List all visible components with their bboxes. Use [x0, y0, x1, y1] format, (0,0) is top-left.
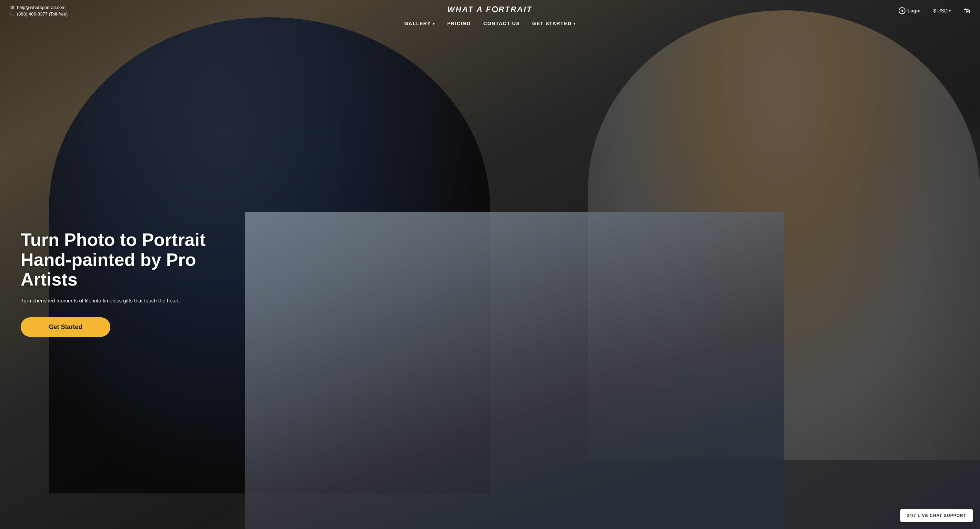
top-bar-right: ➜ Login $ USD ▾ 🛍 [899, 7, 970, 15]
nav-gallery-label: GALLERY [404, 21, 431, 26]
hero-title: Turn Photo to Portrait Hand-painted by P… [21, 230, 473, 289]
logo-o-shape [492, 6, 498, 13]
email-contact[interactable]: ✉ help@whataportrait.com [10, 5, 68, 10]
hero-title-line1: Turn Photo to Portrait [21, 229, 205, 250]
nav-pricing-label: PRICING [447, 21, 471, 26]
login-arrow-icon: ➜ [899, 7, 905, 14]
site-logo: WHAT A FRTRAIT [448, 5, 533, 14]
phone-icon: 📞 [10, 12, 14, 16]
logo-container[interactable]: WHAT A FRTRAIT [448, 5, 533, 14]
hero-subtitle: Turn cherished moments of life into time… [21, 297, 473, 305]
get-started-chevron-icon: ▾ [573, 22, 576, 25]
gallery-chevron-icon: ▾ [433, 22, 435, 25]
currency-selector[interactable]: $ USD ▾ [934, 8, 951, 13]
divider [927, 7, 927, 14]
email-address: help@whataportrait.com [17, 5, 65, 10]
live-chat-badge[interactable]: 24/7 LIVE CHAT SUPPORT [900, 509, 973, 522]
email-icon: ✉ [10, 5, 14, 10]
currency-label: USD [937, 8, 948, 13]
hero-title-line3: Artists [21, 269, 78, 289]
phone-number: (888) 406-3377 (Toll-free) [17, 11, 68, 16]
nav-pricing[interactable]: PRICING [447, 21, 471, 26]
nav-gallery[interactable]: GALLERY ▾ [404, 21, 435, 26]
nav-get-started[interactable]: GET STARTED ▾ [532, 21, 576, 26]
currency-chevron-icon: ▾ [949, 9, 951, 13]
nav-get-started-label: GET STARTED [532, 21, 572, 26]
get-started-cta-button[interactable]: Get Started [21, 317, 110, 337]
nav-contact-label: CONTACT US [484, 21, 520, 26]
cart-icon[interactable]: 🛍 [963, 7, 970, 15]
currency-symbol: $ [934, 8, 936, 13]
contact-info: ✉ help@whataportrait.com 📞 (888) 406-337… [10, 5, 68, 16]
page-wrapper: ✉ help@whataportrait.com 📞 (888) 406-337… [0, 0, 980, 529]
main-nav: GALLERY ▾ PRICING CONTACT US GET STARTED… [404, 21, 576, 26]
divider2 [957, 7, 957, 14]
nav-contact[interactable]: CONTACT US [484, 21, 520, 26]
top-bar: ✉ help@whataportrait.com 📞 (888) 406-337… [0, 0, 980, 21]
login-button[interactable]: ➜ Login [899, 7, 921, 14]
hero-title-line2: Hand-painted by Pro [21, 250, 196, 270]
phone-contact[interactable]: 📞 (888) 406-3377 (Toll-free) [10, 11, 68, 16]
login-label: Login [908, 8, 921, 13]
hero-content: Turn Photo to Portrait Hand-painted by P… [0, 38, 490, 529]
